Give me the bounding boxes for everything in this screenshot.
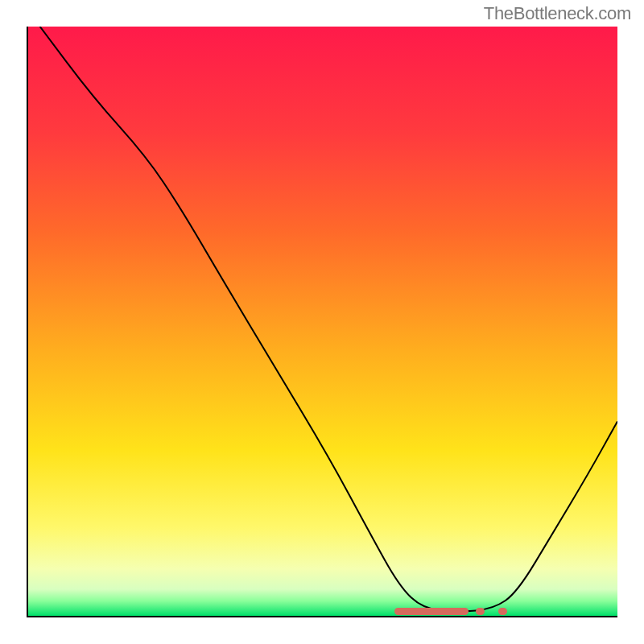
chart-curve	[28, 27, 617, 616]
highlight-segment	[498, 608, 507, 615]
highlight-segment	[476, 608, 484, 615]
chart-plot-area	[27, 27, 617, 617]
watermark-text: TheBottleneck.com	[484, 3, 631, 24]
highlight-segment	[394, 608, 469, 615]
